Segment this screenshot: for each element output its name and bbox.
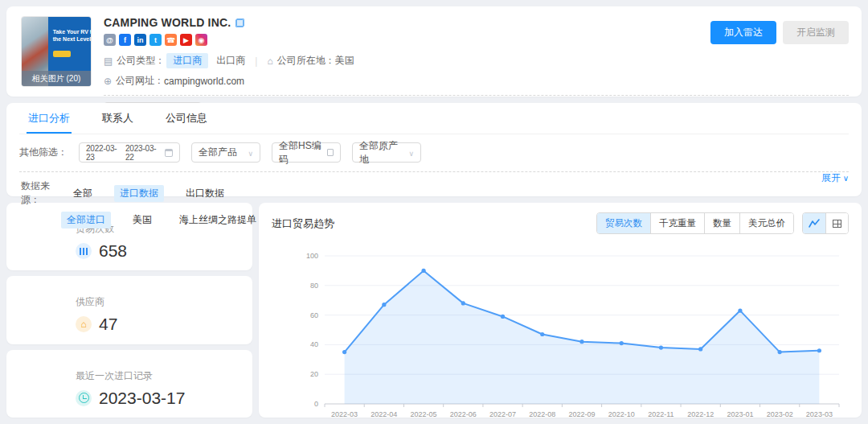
x-axis-label: 2022-08 bbox=[529, 410, 555, 418]
data-point[interactable] bbox=[817, 348, 821, 352]
source-option-all[interactable]: 全部 bbox=[68, 185, 98, 202]
bar-chart-icon bbox=[76, 243, 92, 259]
tab-contacts[interactable]: 联系人 bbox=[100, 103, 135, 134]
data-point[interactable] bbox=[579, 340, 583, 344]
page: Take Your RV to the Next Level 相关图片 (20)… bbox=[0, 0, 868, 424]
data-point[interactable] bbox=[342, 350, 346, 354]
add-radar-button[interactable]: 加入雷达 bbox=[710, 21, 776, 44]
shop-icon: ⌂ bbox=[76, 316, 92, 332]
company-header-card: Take Your RV to the Next Level 相关图片 (20)… bbox=[6, 6, 862, 97]
location-icon: ⌂ bbox=[267, 56, 272, 67]
product-value: 全部产品 bbox=[199, 146, 237, 159]
banner-button bbox=[53, 51, 71, 57]
tab-company-info[interactable]: 公司信息 bbox=[164, 103, 209, 134]
scope-option-maritime-silkroad[interactable]: 海上丝绸之路提单 bbox=[174, 212, 262, 228]
divider: | bbox=[255, 56, 257, 67]
data-point[interactable] bbox=[540, 332, 544, 336]
date-range-picker[interactable]: 2022-03-23 2023-03-22 bbox=[79, 142, 180, 163]
hs-code-value: 全部HS编码 bbox=[279, 139, 324, 167]
instagram-icon[interactable]: ◉ bbox=[195, 34, 207, 46]
copy-icon[interactable] bbox=[235, 19, 244, 27]
chart-title: 进口贸易趋势 bbox=[272, 216, 334, 231]
website-value[interactable]: campingworld.com bbox=[164, 76, 244, 87]
scope-option-usa[interactable]: 美国 bbox=[127, 212, 158, 228]
stat-value: 658 bbox=[99, 241, 127, 261]
data-point[interactable] bbox=[382, 303, 386, 307]
y-axis-label: 80 bbox=[310, 282, 318, 290]
data-point[interactable] bbox=[501, 315, 505, 319]
company-type-label: 公司类型： bbox=[117, 54, 165, 68]
divider bbox=[104, 95, 849, 96]
metric-quantity-button[interactable]: 数量 bbox=[704, 213, 739, 233]
company-name: CAMPING WORLD INC. bbox=[104, 16, 231, 29]
x-axis-label: 2022-09 bbox=[568, 410, 595, 418]
related-images-caption[interactable]: 相关图片 (20) bbox=[22, 71, 91, 86]
trend-chart: 0204060801002022-032022-042022-052022-06… bbox=[272, 246, 849, 418]
clock-icon bbox=[76, 390, 92, 406]
divider bbox=[19, 171, 849, 172]
scope-option-all-import[interactable]: 全部进口 bbox=[61, 212, 111, 228]
metric-usd-total-button[interactable]: 美元总价 bbox=[739, 213, 793, 233]
website-icon[interactable]: @ bbox=[104, 34, 116, 46]
data-point[interactable] bbox=[738, 308, 742, 312]
tab-bar: 进口分析 联系人 公司信息 bbox=[19, 103, 849, 134]
importer-tag[interactable]: 进口商 bbox=[166, 53, 208, 68]
y-axis-label: 100 bbox=[306, 252, 318, 260]
exporter-tag[interactable]: 出口商 bbox=[216, 54, 245, 68]
data-point[interactable] bbox=[659, 345, 663, 349]
linkedin-icon[interactable]: in bbox=[134, 34, 146, 46]
location-value: 美国 bbox=[335, 54, 354, 68]
line-chart-icon[interactable] bbox=[803, 213, 825, 233]
stat-value: 47 bbox=[99, 315, 117, 334]
company-type-icon: ▤ bbox=[104, 56, 113, 67]
location-label: 公司所在地： bbox=[277, 54, 335, 68]
stat-card-latest-import: 最近一次进口记录 2023-03-17 bbox=[6, 350, 252, 418]
data-point[interactable] bbox=[778, 350, 782, 354]
data-point[interactable] bbox=[620, 341, 624, 345]
banner-text: the Next Level bbox=[53, 35, 87, 43]
tab-import-analysis[interactable]: 进口分析 bbox=[27, 103, 72, 134]
data-source-label: 数据来源： bbox=[21, 179, 68, 207]
data-point[interactable] bbox=[698, 347, 702, 351]
stat-card-suppliers: 供应商 ⌂ 47 bbox=[6, 276, 252, 344]
source-option-export[interactable]: 出口数据 bbox=[180, 185, 230, 202]
youtube-icon[interactable]: ▶ bbox=[180, 34, 192, 46]
twitter-icon[interactable]: t bbox=[149, 34, 162, 46]
x-axis-label: 2022-03 bbox=[331, 410, 358, 418]
y-axis-label: 20 bbox=[310, 370, 318, 378]
date-start: 2022-03-23 bbox=[86, 144, 122, 162]
x-axis-label: 2022-04 bbox=[371, 410, 397, 418]
phone-icon[interactable]: ☎ bbox=[165, 34, 177, 46]
expand-link[interactable]: 展开 bbox=[821, 171, 849, 185]
x-axis-label: 2022-05 bbox=[411, 410, 437, 418]
trend-chart-svg: 0204060801002022-032022-042022-052022-06… bbox=[272, 246, 850, 418]
other-filters-label: 其他筛选： bbox=[19, 146, 68, 159]
company-image[interactable]: Take Your RV to the Next Level 相关图片 (20) bbox=[21, 16, 92, 87]
source-option-import[interactable]: 进口数据 bbox=[114, 185, 164, 202]
data-point[interactable] bbox=[461, 301, 465, 305]
x-axis-label: 2022-12 bbox=[687, 410, 714, 418]
filters-card: 进口分析 联系人 公司信息 其他筛选： 2022-03-23 2023-03-2… bbox=[6, 103, 862, 196]
x-axis-label: 2023-02 bbox=[767, 410, 793, 418]
y-axis-label: 0 bbox=[314, 400, 318, 408]
table-icon[interactable] bbox=[825, 213, 848, 233]
data-point[interactable] bbox=[421, 269, 425, 273]
hs-code-select[interactable]: 全部HS编码 bbox=[272, 142, 341, 163]
metric-kg-weight-button[interactable]: 千克重量 bbox=[650, 213, 704, 233]
product-select[interactable]: 全部产品 bbox=[191, 142, 260, 163]
x-axis-label: 2023-01 bbox=[727, 410, 753, 418]
calendar-icon bbox=[165, 149, 173, 157]
origin-value: 全部原产地 bbox=[359, 139, 405, 167]
website-label: 公司网址： bbox=[116, 74, 164, 88]
x-axis-label: 2022-07 bbox=[489, 410, 516, 418]
trend-chart-card: 进口贸易趋势 贸易次数 千克重量 数量 美元总价 bbox=[259, 203, 862, 418]
x-axis-label: 2022-10 bbox=[608, 410, 635, 418]
chevron-down-icon bbox=[408, 147, 414, 158]
metric-trade-count-button[interactable]: 贸易次数 bbox=[597, 213, 650, 233]
y-axis-label: 40 bbox=[310, 340, 318, 348]
date-end: 2023-03-22 bbox=[125, 144, 162, 162]
x-axis-label: 2022-06 bbox=[450, 410, 477, 418]
facebook-icon[interactable]: f bbox=[119, 34, 131, 46]
origin-select[interactable]: 全部原产地 bbox=[352, 142, 421, 163]
monitor-button[interactable]: 开启监测 bbox=[783, 21, 849, 44]
